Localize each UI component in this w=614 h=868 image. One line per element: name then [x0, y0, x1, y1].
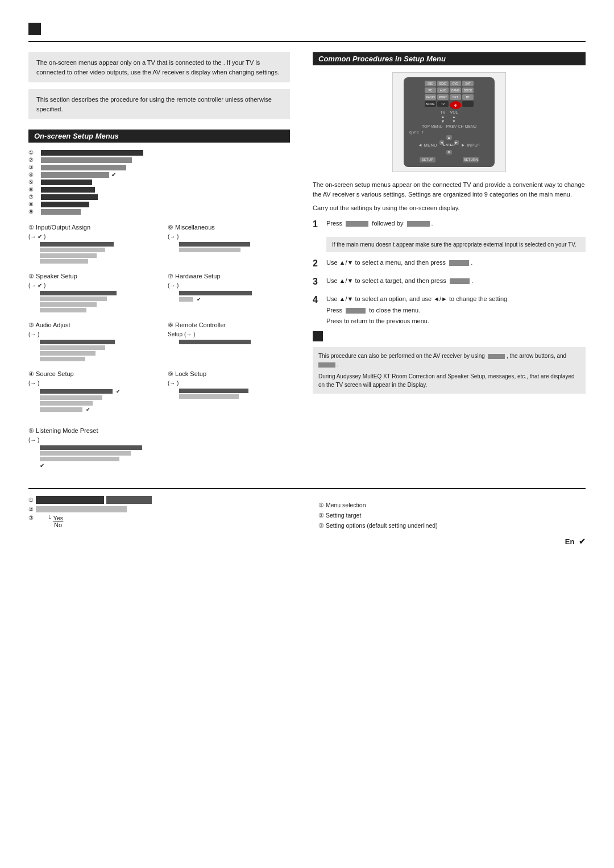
menu-line-1: ①: [28, 149, 290, 156]
step-2: 2 Use ▲/▼ to select a menu, and then pre…: [313, 258, 586, 270]
info-box: The on-screen menus appear only on a TV …: [28, 52, 290, 82]
bar-group-1: [40, 242, 151, 264]
sub-title-3: ③ Audio Adjust: [28, 322, 151, 329]
sub-section-speaker: ② Speaker Setup (→ ✔ ): [28, 273, 151, 314]
sub-title-7: ⑦ Hardware Setup: [168, 273, 290, 280]
right-column: Common Procedures in Setup Menu SBD BD/D…: [313, 52, 586, 477]
menu-bar-8: [41, 202, 89, 207]
onscreen-setup-heading: On-screen Setup Menus: [28, 130, 290, 143]
menu-line-5: ⑤: [28, 179, 290, 185]
legend-item-3: ③ Setting options (default setting under…: [318, 521, 586, 531]
menu-diagram: ① ② ③ ④ ✔ ⑤: [28, 149, 290, 215]
sub-section-hardware: ⑦ Hardware Setup (→ ) ✔: [168, 273, 290, 314]
note-text: This section describes the procedure for…: [36, 96, 272, 112]
main-content: The on-screen menus appear only on a TV …: [28, 52, 586, 477]
step-1-note: If the main menu doesn t appear make sur…: [326, 237, 586, 252]
bar-group-8: [179, 340, 290, 344]
common-procedures-heading: Common Procedures in Setup Menu: [313, 52, 586, 65]
option-row-1: ①: [28, 496, 296, 504]
bottom-section: ① ② ③ └ Yes: [28, 488, 586, 531]
option-row-3: ③ └ Yes No: [28, 515, 296, 528]
separator-square: [313, 331, 323, 341]
sub-section-lock: ⑨ Lock Setup (→ ): [168, 370, 290, 414]
header-black-square: [28, 23, 41, 35]
menu-line-6: ⑥: [28, 186, 290, 193]
sub-sections-grid: ① Input/Output Assign (→ ✔ ) ⑥ Miscellan…: [28, 224, 290, 422]
menu-line-2: ②: [28, 157, 290, 163]
bar-group-5: [40, 445, 290, 461]
bottom-left: ① ② ③ └ Yes: [28, 496, 296, 531]
sub-title-8: ⑧ Remote Controller: [168, 322, 290, 329]
tip-box: This procedure can also be performed on …: [313, 347, 586, 394]
sub-title-6: ⑥ Miscellaneous: [168, 224, 290, 231]
sub-title-4: ④ Source Setup: [28, 370, 151, 378]
menu-bar-4: [41, 172, 109, 178]
menu-bar-5: [41, 180, 92, 185]
remote-body: SBD BD/D DVD SAT PC AUX GAME DOCK RADIO …: [404, 77, 495, 167]
info-text: The on-screen menus appear only on a TV …: [36, 59, 279, 76]
step-3: 3 Use ▲/▼ to select a target, and then p…: [313, 276, 586, 289]
bar-group-4: ✔ ✔: [40, 389, 151, 412]
option-row-2: ②: [28, 506, 296, 512]
menu-bar-2: [41, 157, 132, 163]
menu-line-4: ④ ✔: [28, 172, 290, 178]
sub-section-listening: ⑤ Listening Mode Preset (→ ) ✔: [28, 427, 290, 469]
sub-section-source: ④ Source Setup (→ ) ✔ ✔: [28, 370, 151, 414]
step-1: 1 Press followed by .: [313, 219, 586, 231]
sub-section-input-output: ① Input/Output Assign (→ ✔ ): [28, 224, 151, 265]
intro-text: The on-screen setup menus appear on the …: [313, 180, 586, 199]
left-column: The on-screen menus appear only on a TV …: [28, 52, 290, 477]
menu-bar-9: [41, 209, 81, 215]
legend-item-1: ① Menu selection: [318, 500, 586, 511]
carry-text: Carry out the settings by using the on-s…: [313, 203, 586, 213]
top-rule: [28, 41, 586, 42]
remote-diagram: SBD BD/D DVD SAT PC AUX GAME DOCK RADIO …: [392, 72, 506, 172]
bottom-right: ① Menu selection ② Setting target ③ Sett…: [318, 496, 586, 531]
sub-title-5: ⑤ Listening Mode Preset: [28, 427, 290, 435]
menu-line-3: ③: [28, 164, 290, 170]
sub-title-1: ① Input/Output Assign: [28, 224, 151, 231]
menu-line-7: ⑦: [28, 194, 290, 200]
legend-list: ① Menu selection ② Setting target ③ Sett…: [318, 500, 586, 531]
sub-title-9: ⑨ Lock Setup: [168, 370, 290, 378]
menu-line-8: ⑧: [28, 201, 290, 207]
menu-bar-7: [41, 194, 98, 200]
bar-group-7: ✔: [179, 291, 290, 302]
page-wrapper: The on-screen menus appear only on a TV …: [28, 23, 586, 546]
bar-group-2: [40, 291, 151, 312]
sub-section-audio: ③ Audio Adjust (→ ): [28, 322, 151, 362]
menu-bar-6: [41, 187, 95, 193]
step-4: 4 Use ▲/▼ to select an option, and use ◄…: [313, 294, 586, 326]
steps-list: 1 Press followed by . If the main menu d…: [313, 219, 586, 326]
menu-bar-3: [41, 165, 126, 170]
bar-group-3: [40, 340, 151, 361]
sub-section-remote: ⑧ Remote Controller Setup (→ ): [168, 322, 290, 362]
page-number: En ✔: [28, 537, 586, 546]
menu-line-9: ⑨: [28, 208, 290, 215]
page-header: [28, 23, 586, 35]
sub-section-misc: ⑥ Miscellaneous (→ ): [168, 224, 290, 265]
bar-group-6: [179, 242, 290, 252]
note-box: This section describes the procedure for…: [28, 89, 290, 119]
bar-group-9: [179, 389, 290, 399]
sub-title-2: ② Speaker Setup: [28, 273, 151, 280]
legend-item-2: ② Setting target: [318, 511, 586, 521]
bottom-two-col: ① ② ③ └ Yes: [28, 496, 586, 531]
menu-bar-1: [41, 150, 143, 156]
